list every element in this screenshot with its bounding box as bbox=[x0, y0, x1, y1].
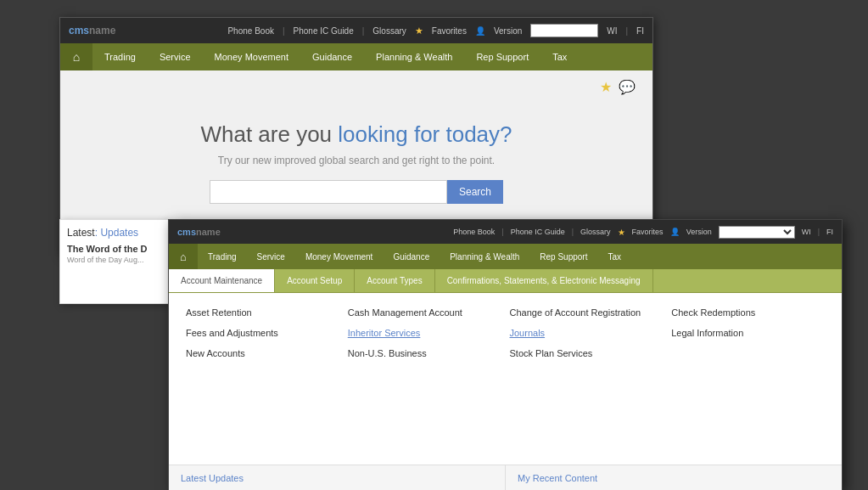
back-search-row: Search bbox=[210, 180, 503, 204]
back-top-bar: cmsname Phone Book | Phone IC Guide | Gl… bbox=[60, 18, 652, 43]
menu-change-registration[interactable]: Change of Account Registration bbox=[510, 305, 664, 320]
back-search-button[interactable]: Search bbox=[447, 180, 503, 204]
latest-title: Latest: Updates bbox=[67, 227, 162, 239]
version-dropdown-back[interactable] bbox=[530, 24, 598, 37]
version-link-back[interactable]: Version bbox=[494, 26, 522, 36]
back-nav-planning-wealth[interactable]: Planning & Wealth bbox=[364, 43, 464, 70]
phone-book-link[interactable]: Phone Book bbox=[453, 228, 495, 236]
front-nav-rep-support[interactable]: Rep Support bbox=[529, 244, 597, 269]
back-nav-money-movement[interactable]: Money Movement bbox=[203, 43, 300, 70]
back-search-subtext: Try our new improved global search and g… bbox=[218, 155, 495, 166]
latest-updates-section[interactable]: Latest Updates bbox=[169, 465, 506, 490]
back-nav-tax[interactable]: Tax bbox=[540, 43, 579, 70]
back-star-icon[interactable]: ★ bbox=[600, 79, 612, 95]
front-nav-planning-wealth[interactable]: Planning & Wealth bbox=[440, 244, 529, 269]
menu-inheritor-services[interactable]: Inheritor Services bbox=[348, 325, 501, 341]
front-top-links: Phone Book | Phone IC Guide | Glossary ★… bbox=[453, 226, 833, 239]
back-cms-logo: cmsname bbox=[69, 25, 115, 37]
favorites-link-back[interactable]: Favorites bbox=[432, 26, 467, 36]
tab-confirmations[interactable]: Confirmations, Statements, & Electronic … bbox=[435, 269, 653, 292]
fi-label: FI bbox=[826, 228, 833, 236]
menu-journals[interactable]: Journals bbox=[510, 325, 664, 341]
front-nav-money-movement[interactable]: Money Movement bbox=[295, 244, 383, 269]
front-nav-guidance[interactable]: Guidance bbox=[383, 244, 440, 269]
favorites-link[interactable]: Favorites bbox=[632, 228, 664, 236]
back-nav-bar: ⌂ Trading Service Money Movement Guidanc… bbox=[60, 43, 652, 70]
tab-account-types[interactable]: Account Types bbox=[355, 269, 434, 292]
sub-tabs: Account Maintenance Account Setup Accoun… bbox=[169, 269, 842, 293]
menu-non-us-business[interactable]: Non-U.S. Business bbox=[348, 346, 501, 361]
wi-label: WI bbox=[802, 228, 811, 236]
front-cms-logo: cmsname bbox=[177, 227, 221, 237]
menu-fees-adjustments[interactable]: Fees and Adjustments bbox=[186, 325, 339, 341]
front-bottom-bar: Latest Updates My Recent Content bbox=[169, 465, 842, 490]
back-home-button[interactable]: ⌂ bbox=[60, 43, 92, 70]
front-nav-bar: ⌂ Trading Service Money Movement Guidanc… bbox=[169, 244, 842, 269]
version-select[interactable] bbox=[719, 226, 795, 239]
version-link[interactable]: Version bbox=[686, 228, 712, 236]
menu-empty-col4 bbox=[671, 346, 825, 361]
wi-back: WI bbox=[607, 26, 617, 36]
front-nav-tax[interactable]: Tax bbox=[597, 244, 631, 269]
my-recent-content-section[interactable]: My Recent Content bbox=[506, 465, 842, 490]
phone-book-link-back[interactable]: Phone Book bbox=[227, 26, 274, 36]
menu-stock-plan-services[interactable]: Stock Plan Services bbox=[510, 346, 664, 361]
fi-back: FI bbox=[636, 26, 644, 36]
back-top-links: Phone Book | Phone IC Guide | Glossary ★… bbox=[227, 24, 644, 37]
front-nav-service[interactable]: Service bbox=[247, 244, 295, 269]
front-home-button[interactable]: ⌂ bbox=[169, 244, 198, 269]
glossary-link[interactable]: Glossary bbox=[580, 228, 611, 236]
back-chat-icon[interactable]: 💬 bbox=[619, 79, 636, 95]
phone-ic-guide-link-back[interactable]: Phone IC Guide bbox=[294, 26, 354, 36]
glossary-link-back[interactable]: Glossary bbox=[372, 26, 406, 36]
menu-cash-management[interactable]: Cash Management Account bbox=[348, 305, 501, 320]
front-window: cmsname Phone Book | Phone IC Guide | Gl… bbox=[168, 219, 843, 490]
front-top-bar: cmsname Phone Book | Phone IC Guide | Gl… bbox=[169, 220, 842, 244]
back-heading-highlight: looking for today? bbox=[338, 121, 512, 147]
back-nav-service[interactable]: Service bbox=[148, 43, 203, 70]
front-nav-trading[interactable]: Trading bbox=[198, 244, 247, 269]
menu-asset-retention[interactable]: Asset Retention bbox=[186, 305, 339, 320]
back-search-heading: What are you looking for today? bbox=[200, 121, 512, 148]
back-heading-start: What are you bbox=[200, 121, 338, 147]
tab-account-maintenance[interactable]: Account Maintenance bbox=[169, 269, 275, 292]
word-entry[interactable]: The Word of the D bbox=[67, 244, 162, 254]
back-search-input[interactable] bbox=[210, 180, 447, 204]
menu-check-redemptions[interactable]: Check Redemptions bbox=[671, 305, 825, 320]
phone-ic-guide-link[interactable]: Phone IC Guide bbox=[511, 228, 565, 236]
back-nav-guidance[interactable]: Guidance bbox=[300, 43, 364, 70]
tab-account-setup[interactable]: Account Setup bbox=[275, 269, 355, 292]
back-icons-top-right: ★ 💬 bbox=[600, 79, 636, 95]
left-panel: Latest: Updates The Word of the D Word o… bbox=[59, 219, 170, 304]
back-nav-trading[interactable]: Trading bbox=[92, 43, 148, 70]
back-nav-rep-support[interactable]: Rep Support bbox=[464, 43, 540, 70]
menu-content: Asset Retention Cash Management Account … bbox=[169, 293, 842, 373]
menu-legal-information[interactable]: Legal Information bbox=[671, 325, 825, 341]
menu-new-accounts[interactable]: New Accounts bbox=[186, 346, 339, 361]
word-sub: Word of the Day Aug... bbox=[67, 256, 162, 264]
